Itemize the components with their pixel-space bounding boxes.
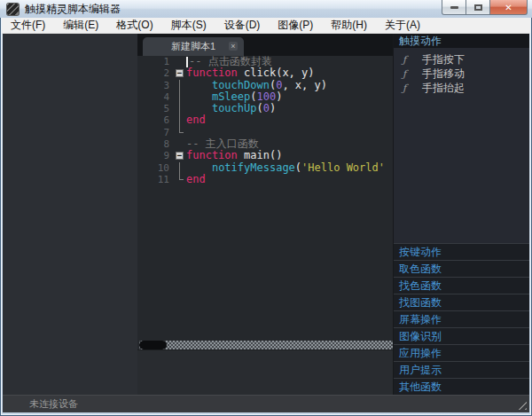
line-number: 6 bbox=[137, 114, 175, 126]
code-editor[interactable]: 1-- 点击函数封装2−function click(x, y)3 touchD… bbox=[137, 56, 393, 341]
fold-column bbox=[175, 103, 186, 114]
code-line[interactable]: 4 mSleep(100) bbox=[137, 91, 393, 103]
menu-item-8[interactable]: 关于(A) bbox=[376, 18, 429, 33]
token-builtin: touchDown bbox=[212, 80, 270, 91]
resize-grip-icon[interactable] bbox=[517, 400, 527, 410]
sidebar-section-2[interactable]: 取色函数 bbox=[394, 260, 529, 277]
code-line[interactable]: 2−function click(x, y) bbox=[137, 67, 393, 79]
horizontal-scrollbar-thumb[interactable] bbox=[139, 341, 167, 349]
token-comment: -- 主入口函数 bbox=[186, 138, 259, 150]
sidebar-section-1[interactable]: 按键动作 bbox=[394, 243, 529, 260]
token-plain: click(x, y) bbox=[244, 67, 314, 79]
tab-bar: 新建脚本1 × bbox=[137, 34, 393, 56]
code-line[interactable]: 10 notifyMessage('Hello World' bbox=[137, 162, 393, 174]
sidebar-section-7[interactable]: 应用操作 bbox=[394, 344, 529, 361]
output-panel bbox=[137, 349, 393, 395]
line-number: 10 bbox=[137, 162, 175, 174]
code-text: -- 点击函数封装 bbox=[186, 56, 393, 67]
fold-column bbox=[175, 138, 186, 150]
status-bar: 未连接设备 bbox=[3, 395, 529, 412]
line-number: 1 bbox=[137, 56, 175, 67]
line-number: 9 bbox=[137, 150, 175, 161]
token-keyword: end bbox=[186, 174, 206, 185]
code-text: touchDown(0, x, y) bbox=[186, 80, 393, 91]
token-plain bbox=[186, 162, 212, 174]
fold-collapse-icon[interactable]: − bbox=[176, 69, 184, 77]
sidebar-section-8[interactable]: 用户提示 bbox=[394, 361, 529, 378]
sidebar-function-item[interactable]: ƒ手指抬起 bbox=[394, 81, 529, 95]
fold-guide-end bbox=[179, 127, 184, 133]
sidebar-item-label: 手指抬起 bbox=[422, 81, 465, 96]
token-plain: , x, y) bbox=[282, 80, 327, 91]
fold-column bbox=[175, 91, 186, 103]
code-line[interactable]: 3 touchDown(0, x, y) bbox=[137, 80, 393, 91]
code-text bbox=[186, 127, 393, 138]
code-text: function main() bbox=[186, 150, 393, 161]
fold-column[interactable]: − bbox=[175, 150, 186, 161]
code-text: mSleep(100) bbox=[186, 91, 393, 103]
menu-item-2[interactable]: 编辑(E) bbox=[54, 18, 107, 33]
code-line[interactable]: 6end bbox=[137, 114, 393, 126]
tab-new-script[interactable]: 新建脚本1 × bbox=[143, 37, 244, 56]
tab-close-icon[interactable]: × bbox=[229, 42, 238, 51]
sidebar-section-9[interactable]: 其他函数 bbox=[394, 378, 529, 395]
line-number: 7 bbox=[137, 127, 175, 138]
code-text: end bbox=[186, 174, 393, 185]
sidebar-section-touch-actions[interactable]: 触摸动作 bbox=[394, 34, 529, 48]
menu-item-7[interactable]: 帮助(H) bbox=[322, 18, 376, 33]
fold-guide-line bbox=[179, 91, 180, 103]
sidebar-item-label: 手指移动 bbox=[422, 67, 465, 82]
menu-item-3[interactable]: 格式(O) bbox=[107, 18, 161, 33]
minimize-button[interactable] bbox=[442, 0, 466, 15]
code-text: end bbox=[186, 114, 393, 126]
line-number: 4 bbox=[137, 91, 175, 103]
code-line[interactable]: 7 bbox=[137, 127, 393, 138]
code-line[interactable]: 1-- 点击函数封装 bbox=[137, 56, 393, 67]
code-text: function click(x, y) bbox=[186, 67, 393, 79]
editor-column: 新建脚本1 × 1-- 点击函数封装2−function click(x, y)… bbox=[137, 34, 393, 395]
horizontal-scrollbar[interactable] bbox=[139, 341, 393, 349]
main-content: 新建脚本1 × 1-- 点击函数封装2−function click(x, y)… bbox=[3, 34, 529, 395]
token-plain: ) bbox=[276, 91, 282, 103]
fold-column[interactable]: − bbox=[175, 67, 186, 79]
code-line[interactable]: 11end bbox=[137, 174, 393, 185]
menu-item-6[interactable]: 图像(P) bbox=[269, 18, 322, 33]
fold-guide-line bbox=[179, 114, 180, 126]
token-plain: ) bbox=[270, 103, 276, 114]
code-text: notifyMessage('Hello World' bbox=[186, 162, 393, 174]
menu-item-4[interactable]: 脚本(S) bbox=[162, 18, 215, 33]
menu-item-1[interactable]: 文件(F) bbox=[2, 18, 54, 33]
sidebar-function-item[interactable]: ƒ手指移动 bbox=[394, 67, 529, 81]
sidebar-section-3[interactable]: 找色函数 bbox=[394, 277, 529, 294]
fold-column bbox=[175, 56, 186, 67]
menu-item-5[interactable]: 设备(D) bbox=[215, 18, 270, 33]
text-caret bbox=[186, 57, 188, 67]
sidebar-item-list: ƒ手指按下ƒ手指移动ƒ手指抬起 bbox=[394, 48, 529, 95]
sidebar-section-4[interactable]: 找图函数 bbox=[394, 294, 529, 310]
fold-guide-line bbox=[179, 162, 180, 174]
token-plain: ( bbox=[295, 162, 301, 174]
sidebar-section-5[interactable]: 屏幕操作 bbox=[394, 310, 529, 327]
close-button[interactable]: ✕ bbox=[490, 0, 528, 15]
device-list-panel[interactable] bbox=[3, 34, 137, 395]
code-line[interactable]: 8-- 主入口函数 bbox=[137, 138, 393, 150]
code-line[interactable]: 9−function main() bbox=[137, 150, 393, 161]
sidebar-section-6[interactable]: 图像识别 bbox=[394, 327, 529, 344]
sidebar-function-item[interactable]: ƒ手指按下 bbox=[394, 52, 529, 67]
function-sidebar: 触摸动作 ƒ手指按下ƒ手指移动ƒ手指抬起 按键动作取色函数找色函数找图函数屏幕操… bbox=[393, 34, 529, 395]
line-number: 3 bbox=[137, 80, 175, 91]
code-line[interactable]: 5 touchUp(0) bbox=[137, 103, 393, 114]
maximize-button[interactable] bbox=[466, 0, 490, 15]
title-bar[interactable]: 触摸精灵脚本编辑器 ✕ bbox=[0, 0, 532, 18]
minimize-icon bbox=[450, 6, 458, 9]
menu-bar: 文件(F)编辑(E)格式(O)脚本(S)设备(D)图像(P)帮助(H)关于(A) bbox=[2, 18, 530, 34]
token-plain bbox=[186, 103, 212, 114]
fold-collapse-icon[interactable]: − bbox=[176, 152, 184, 160]
token-plain bbox=[186, 91, 212, 103]
connection-status: 未连接设备 bbox=[3, 397, 78, 411]
sidebar-item-label: 手指按下 bbox=[422, 52, 465, 67]
token-string: 'Hello World' bbox=[301, 162, 385, 174]
tab-label: 新建脚本1 bbox=[171, 40, 215, 53]
token-number: 0 bbox=[263, 103, 270, 114]
function-icon: ƒ bbox=[403, 82, 413, 94]
